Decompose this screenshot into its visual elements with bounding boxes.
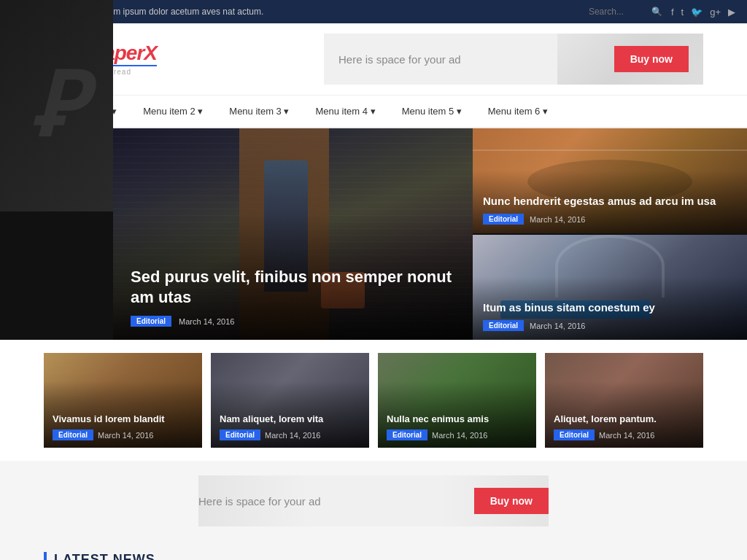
card-2[interactable]: Nam aliquet, lorem vita Editorial March …	[211, 353, 369, 448]
card-3-title: Nulla nec enimus amis	[387, 413, 527, 425]
search-area: 🔍	[589, 7, 662, 17]
nav-item-6[interactable]: Menu item 6 ▾	[475, 96, 561, 127]
nav-link-5[interactable]: Menu item 5 ▾	[389, 96, 475, 127]
card-2-content: Nam aliquet, lorem vita Editorial March …	[220, 413, 360, 440]
hero-main-content: Sed purus velit, finibus non semper nonu…	[131, 267, 455, 327]
card-1-date: March 14, 2016	[98, 431, 153, 440]
logo-x: X	[144, 42, 157, 64]
buy-now-button-2[interactable]: Buy now	[474, 488, 549, 514]
hero-side-top[interactable]: Nunc hendrerit egestas amus ad arcu im u…	[473, 128, 747, 235]
tumblr-icon[interactable]: t	[681, 7, 684, 18]
card-4-date: March 14, 2016	[599, 431, 654, 440]
social-icons: f t 🐦 g+ ▶	[671, 7, 735, 18]
hero-side-top-content: Nunc hendrerit egestas amus ad arcu im u…	[483, 194, 737, 225]
card-4-badge: Editorial	[554, 429, 595, 440]
latest-news-bar	[44, 552, 47, 560]
hero-side-top-title: Nunc hendrerit egestas amus ad arcu im u…	[483, 194, 737, 209]
hero-side-bottom-meta: Editorial March 14, 2016	[483, 320, 737, 331]
ad2-text: Here is space for your ad	[198, 495, 460, 508]
latest-news-section: LATEST NEWS	[0, 545, 747, 560]
hero-side-top-meta: Editorial March 14, 2016	[483, 214, 737, 225]
card-4-title: Aliquet, lorem pantum.	[554, 413, 694, 425]
facebook-icon[interactable]: f	[671, 7, 674, 18]
card-2-badge: Editorial	[220, 429, 260, 440]
nav-link-4[interactable]: Menu item 4 ▾	[302, 96, 388, 127]
hero-main[interactable]: Sed purus velit, finibus non semper nonu…	[113, 128, 473, 340]
ad-banner-text: Here is space for your ad	[338, 53, 603, 66]
hero-side-top-date: March 14, 2016	[530, 215, 585, 224]
hero-side-top-badge: Editorial	[483, 214, 524, 225]
hero-side-bottom-content: Itum as binus sitam conestum ey Editoria…	[483, 300, 737, 332]
googleplus-icon[interactable]: g+	[710, 7, 721, 18]
hero-left-content: Ꝑ	[0, 0, 113, 211]
header-ad-banner: Here is space for your ad Buy now	[324, 34, 703, 85]
card-3-content: Nulla nec enimus amis Editorial March 14…	[387, 413, 527, 440]
hero-left-panel: Ꝑ	[0, 0, 113, 211]
hero-main-meta: Editorial March 14, 2016	[131, 316, 455, 327]
hero-side-bottom-title: Itum as binus sitam conestum ey	[483, 300, 737, 315]
card-2-title: Nam aliquet, lorem vita	[220, 413, 360, 425]
cards-row: Vivamus id lorem blandit Editorial March…	[44, 353, 703, 448]
card-1-title: Vivamus id lorem blandit	[53, 413, 193, 425]
latest-news-title: LATEST NEWS	[54, 552, 155, 560]
card-3-badge: Editorial	[387, 429, 427, 440]
second-ad-section: Here is space for your ad Buy now	[0, 461, 747, 545]
card-4-content: Aliquet, lorem pantum. Editorial March 1…	[554, 413, 694, 440]
buy-now-button[interactable]: Buy now	[614, 46, 689, 72]
card-4-meta: Editorial March 14, 2016	[554, 429, 694, 440]
hero-main-date: March 14, 2016	[179, 317, 234, 326]
nav-item-5[interactable]: Menu item 5 ▾	[389, 96, 475, 127]
latest-news-header: LATEST NEWS	[44, 552, 703, 560]
twitter-icon[interactable]: 🐦	[691, 7, 703, 18]
hero-side-bottom-date: March 14, 2016	[530, 322, 585, 330]
second-ad-banner: Here is space for your ad Buy now	[198, 475, 549, 526]
nav-link-3[interactable]: Menu item 3 ▾	[216, 96, 302, 127]
card-1-badge: Editorial	[53, 429, 93, 440]
ticker-text: Lorem ipsum dolor acetum aves nat actum.	[96, 7, 580, 17]
card-1-content: Vivamus id lorem blandit Editorial March…	[53, 413, 193, 440]
search-icon[interactable]: 🔍	[651, 7, 662, 17]
nav-item-2[interactable]: Menu item 2 ▾	[130, 96, 216, 127]
card-4[interactable]: Aliquet, lorem pantum. Editorial March 1…	[545, 353, 703, 448]
nav-list: Menu item 1 ▾ Menu item 2 ▾ Menu item 3 …	[44, 96, 703, 127]
youtube-icon[interactable]: ▶	[728, 7, 735, 18]
nav-item-3[interactable]: Menu item 3 ▾	[216, 96, 302, 127]
cards-section: Vivamus id lorem blandit Editorial March…	[0, 340, 747, 461]
hero-main-badge: Editorial	[131, 316, 171, 327]
hero-side-bottom-badge: Editorial	[483, 320, 524, 331]
card-3-meta: Editorial March 14, 2016	[387, 429, 527, 440]
search-input[interactable]	[589, 7, 647, 17]
nav-item-4[interactable]: Menu item 4 ▾	[302, 96, 388, 127]
nav-link-6[interactable]: Menu item 6 ▾	[475, 96, 561, 127]
hero-side-bottom[interactable]: Itum as binus sitam conestum ey Editoria…	[473, 235, 747, 340]
card-1-meta: Editorial March 14, 2016	[53, 429, 193, 440]
card-3-date: March 14, 2016	[432, 431, 487, 440]
nav-link-2[interactable]: Menu item 2 ▾	[130, 96, 216, 127]
card-2-meta: Editorial March 14, 2016	[220, 429, 360, 440]
card-2-date: March 14, 2016	[265, 431, 320, 440]
card-3[interactable]: Nulla nec enimus amis Editorial March 14…	[378, 353, 536, 448]
hero-side: Nunc hendrerit egestas amus ad arcu im u…	[473, 128, 747, 340]
graffiti-decoration: Ꝑ	[31, 55, 83, 157]
hero-section: Ꝑ Sed purus velit, finibus non semper no…	[0, 128, 747, 340]
card-1[interactable]: Vivamus id lorem blandit Editorial March…	[44, 353, 202, 448]
hero-main-title: Sed purus velit, finibus non semper nonu…	[131, 267, 455, 308]
